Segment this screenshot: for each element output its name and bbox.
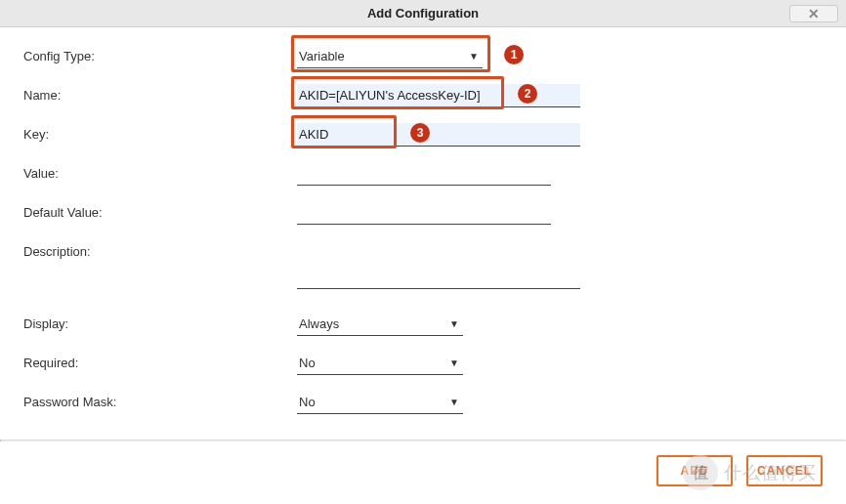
add-button[interactable]: ADD <box>656 455 733 486</box>
value-input[interactable] <box>297 162 551 186</box>
field-password-mask: No ▼ <box>297 391 590 414</box>
cancel-button[interactable]: CANCEL <box>746 455 823 486</box>
name-input[interactable] <box>297 84 580 107</box>
row-default-value: Default Value: <box>23 201 823 227</box>
field-key: 3 <box>297 123 590 147</box>
password-mask-value: No <box>297 391 463 413</box>
row-name: Name: 2 <box>23 84 823 109</box>
dialog-titlebar: Add Configuration ✕ <box>0 0 846 27</box>
config-type-value: Variable <box>297 45 483 67</box>
callout-2: 2 <box>518 84 537 104</box>
label-key: Key: <box>23 123 297 142</box>
field-required: No ▼ <box>297 352 590 375</box>
label-description: Description: <box>23 240 297 259</box>
field-display: Always ▼ <box>297 313 590 336</box>
form-area: Config Type: Variable ▼ 1 Name: 2 Key: 3… <box>0 27 846 440</box>
callout-3: 3 <box>410 123 430 143</box>
description-input[interactable] <box>297 240 580 289</box>
default-value-input[interactable] <box>297 201 551 225</box>
label-display: Display: <box>23 313 297 331</box>
row-value: Value: <box>23 162 823 188</box>
config-type-select[interactable]: Variable ▼ <box>297 45 483 68</box>
label-config-type: Config Type: <box>23 45 297 63</box>
dialog-title: Add Configuration <box>367 6 479 21</box>
row-key: Key: 3 <box>23 123 823 148</box>
field-description <box>297 240 580 292</box>
required-value: No <box>297 352 463 374</box>
callout-1: 1 <box>504 45 524 64</box>
row-config-type: Config Type: Variable ▼ 1 <box>23 45 823 70</box>
label-value: Value: <box>23 162 297 181</box>
label-required: Required: <box>23 352 297 370</box>
label-default-value: Default Value: <box>23 201 297 220</box>
dialog-footer: ADD CANCEL <box>0 441 846 500</box>
field-config-type: Variable ▼ 1 <box>297 45 590 68</box>
label-password-mask: Password Mask: <box>23 391 297 409</box>
field-default-value <box>297 201 590 225</box>
display-value: Always <box>297 313 463 335</box>
required-select[interactable]: No ▼ <box>297 352 463 375</box>
row-required: Required: No ▼ <box>23 352 823 377</box>
display-select[interactable]: Always ▼ <box>297 313 463 336</box>
field-name: 2 <box>297 84 590 107</box>
row-display: Display: Always ▼ <box>23 313 823 338</box>
close-button[interactable]: ✕ <box>789 5 838 22</box>
close-icon: ✕ <box>808 6 820 21</box>
field-value <box>297 162 590 186</box>
key-input[interactable] <box>297 123 580 147</box>
password-mask-select[interactable]: No ▼ <box>297 391 463 414</box>
row-password-mask: Password Mask: No ▼ <box>23 391 823 416</box>
row-description: Description: <box>23 240 823 299</box>
label-name: Name: <box>23 84 297 103</box>
